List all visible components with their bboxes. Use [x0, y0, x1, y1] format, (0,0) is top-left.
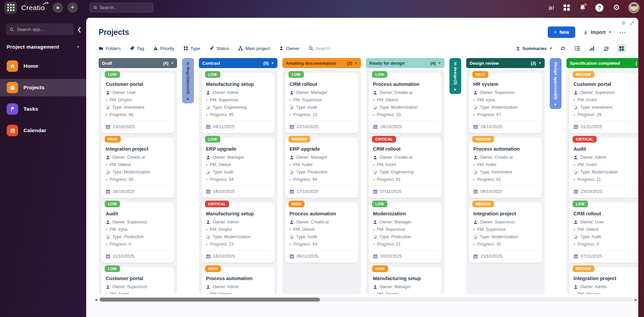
pm-row: • PM: Oleksii [574, 227, 638, 232]
project-card[interactable]: HIGH Manufacturing setup Owner: Manager … [369, 267, 442, 294]
app-grid-icon[interactable] [5, 2, 17, 14]
type-row: Type: Audit [574, 234, 638, 239]
project-card[interactable]: MEDIUM Customer portal Owner: Supervisor… [569, 73, 638, 133]
user-avatar[interactable] [629, 3, 639, 12]
board-search[interactable]: Search [309, 46, 330, 51]
filter-status[interactable]: Status [209, 46, 229, 51]
project-card[interactable]: HIGH HR system Owner: Supervisor • PM: I… [469, 73, 542, 133]
type-row: Type: Production [289, 170, 354, 174]
bullet-icon: • [373, 98, 375, 102]
project-card[interactable]: MEDIUM ERP upgrade Owner: Manager • PM: … [285, 138, 358, 198]
expand-panel-icon[interactable] [630, 21, 634, 25]
workspace-selector[interactable]: Project management ▼ [0, 35, 86, 50]
type-text: Type: Investment [480, 170, 512, 174]
project-card[interactable]: HIGH Process automation Owner: Admin • P… [202, 267, 275, 294]
type-row: Type: Audit [289, 234, 354, 239]
project-card[interactable]: LOW Customer portal Owner: User • PM: Dm… [101, 73, 174, 133]
import-button[interactable]: Import ▼ [583, 30, 611, 35]
kanban-column-header[interactable]: Draft (4) ▼ [99, 58, 177, 68]
global-search[interactable] [90, 3, 153, 12]
bullet-icon: • [289, 242, 291, 247]
kanban-column-collapsed[interactable]: In Negotiation(0) ▶ [182, 58, 194, 103]
project-card[interactable]: LOW Modernization Owner: Manager • PM: S… [369, 202, 442, 263]
filter-folders[interactable]: Folders [99, 46, 121, 51]
more-actions-button[interactable]: ... [620, 28, 626, 37]
kanban-view-button[interactable] [617, 44, 626, 53]
sidebar-collapse-icon[interactable]: ❮ [77, 27, 82, 33]
kanban-column-header[interactable]: Specification completed ( ▼ [567, 58, 638, 68]
owner-row: Owner: Manager [373, 220, 437, 224]
panel-settings-gear-icon[interactable]: ⚙ [621, 20, 626, 25]
pipeline-view-button[interactable] [602, 45, 610, 52]
help-icon[interactable]: ? [595, 4, 603, 12]
horizontal-scrollbar[interactable]: ◀ ▶ [86, 297, 638, 302]
kanban-column-collapsed[interactable]: Design approved(0) ▶ [550, 58, 561, 109]
sidebar-item-projects[interactable]: Projects [0, 79, 86, 96]
apps-icon[interactable] [564, 4, 570, 11]
sidebar-item-tasks[interactable]: Tasks [0, 100, 86, 118]
project-card[interactable]: LOW Manufacturing setup Owner: Admin • P… [202, 73, 275, 133]
filter-tag[interactable]: Tag [130, 46, 144, 51]
play-button[interactable]: ▶ [53, 2, 63, 13]
scroll-left-icon[interactable]: ◀ [94, 298, 98, 302]
kanban-column-collapsed[interactable]: In design(3) ▶ [449, 58, 461, 94]
logo-text: Creatio [21, 4, 45, 11]
filter-main-project[interactable]: Main project [238, 46, 270, 51]
document-icon [289, 170, 294, 174]
new-button[interactable]: + New [548, 27, 575, 38]
project-card[interactable]: LOW Customer portal Owner: Supervisor • … [101, 267, 174, 294]
column-count: (5) [263, 61, 269, 66]
chevron-down-icon: ▼ [355, 61, 358, 65]
kanban-column-header[interactable]: Awaiting documentation (3) ▼ [282, 58, 361, 68]
search-icon [309, 46, 313, 51]
filter-owner[interactable]: Owner [279, 46, 300, 51]
person-icon [473, 220, 478, 224]
kanban-column-header[interactable]: Ready for design (4) ▼ [366, 58, 444, 68]
scrollbar-track[interactable] [100, 298, 632, 302]
app-search[interactable] [6, 23, 74, 35]
progress-text: Progress: 67 [477, 112, 501, 117]
scrollbar-thumb[interactable] [100, 298, 320, 302]
app-search-input[interactable] [17, 27, 70, 32]
project-card[interactable]: CRITICAL Manufacturing setup Owner: Admi… [202, 202, 275, 263]
refresh-button[interactable] [559, 44, 567, 52]
project-card[interactable]: MEDIUM Integration project Owner: Admin … [569, 267, 638, 294]
project-card[interactable]: LOW ERP upgrade Owner: Manager • PM: Ole… [202, 138, 275, 198]
project-card[interactable]: CRITICAL Audit Owner: Admin • PM: Andrii… [569, 138, 638, 198]
project-card[interactable]: HIGH Integration project Owner: Creatio.… [101, 138, 174, 198]
project-card[interactable]: HIGH Process automation Owner: Creatio.a… [285, 202, 358, 263]
priority-badge: MEDIUM [573, 265, 594, 272]
project-card[interactable]: LOW CRM rollout Owner: Manager • PM: Sup… [285, 73, 358, 133]
kanban-column-header[interactable]: Contract (5) ▼ [199, 58, 277, 68]
project-card[interactable]: MEDIUM Process automation Owner: Creatio… [469, 138, 542, 198]
kanban-column-header[interactable]: Design review (3) ▼ [466, 58, 545, 68]
owner-row: Owner: Creatio.ai [373, 155, 437, 160]
filter-type[interactable]: Type [183, 46, 200, 51]
download-icon [583, 30, 588, 35]
sidebar-item-calendar[interactable]: Calendar [0, 122, 86, 139]
scroll-right-icon[interactable]: ▶ [634, 298, 638, 302]
kanban-column: Draft (4) ▼ LOW Customer portal Owner: U… [99, 58, 177, 294]
sidebar-item-home[interactable]: Home [0, 57, 86, 75]
settings-gear-icon[interactable]: ⚙ [613, 4, 620, 11]
project-card[interactable]: CRITICAL CRM rollout Owner: Creatio.ai •… [369, 138, 442, 198]
creatio-logo: Creatio [21, 4, 48, 12]
person-icon [574, 155, 578, 160]
global-search-input[interactable] [100, 5, 150, 10]
pm-row: • PM: Andrii [473, 162, 538, 167]
filter-priority[interactable]: Priority [153, 46, 174, 51]
ai-assistant-button[interactable]: ai [549, 4, 554, 11]
project-card[interactable]: LOW CRM rollout Owner: User • PM: Oleksi… [569, 202, 638, 263]
owner-row: Owner: Supervisor [106, 284, 170, 289]
chart-view-button[interactable] [588, 45, 596, 52]
type-row: Type: Engineering [373, 170, 437, 174]
project-card[interactable]: MEDIUM Integration project Owner: Superv… [469, 202, 542, 263]
column-name: Draft [102, 61, 112, 66]
global-add-button[interactable]: + [67, 2, 78, 13]
document-icon [473, 105, 478, 110]
list-view-button[interactable] [573, 45, 582, 52]
project-card[interactable]: LOW Audit Owner: Supervisor • PM: Iryna … [101, 202, 174, 263]
project-card[interactable]: LOW Process automation Owner: Creatio.ai… [369, 73, 442, 133]
notifications-bell-icon[interactable] [579, 4, 586, 11]
summaries-button[interactable]: Σ Summaries ▼ [517, 46, 552, 51]
